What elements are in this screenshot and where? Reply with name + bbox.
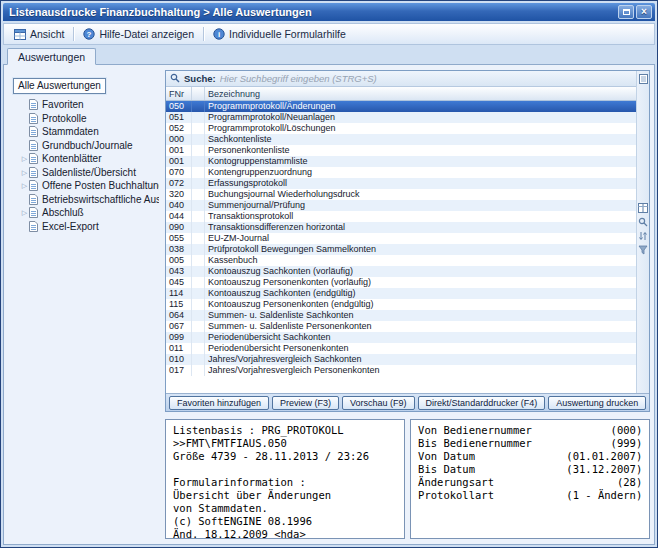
tree-item[interactable]: ▷ Protokolle (12, 112, 159, 126)
hilfe-datei-button[interactable]: ? Hilfe-Datei anzeigen (77, 26, 200, 42)
cell-fnr: 001 (166, 156, 192, 167)
table-row[interactable]: 010 Jahres/Vorjahresvergleich Sachkonten (166, 354, 636, 365)
action-button[interactable]: Direkt/Standarddrucker (F4) (418, 396, 546, 410)
column-header-fnr[interactable]: FNr (166, 87, 192, 100)
table-row[interactable]: 070 Kontengruppenzuordnung (166, 167, 636, 178)
tree-item[interactable]: ▷ Offene Posten Buchhaltung (12, 179, 159, 193)
table-row[interactable]: 045 Kontoauszug Personenkonten (vorläufi… (166, 277, 636, 288)
table-row[interactable]: 090 Transaktionsdifferenzen horizontal (166, 222, 636, 233)
column-header-bezeichnung[interactable]: Bezeichnung (205, 87, 636, 100)
cell-fnr: 043 (166, 266, 192, 277)
parameter-value: (000) (611, 424, 643, 437)
quick-search-icon[interactable] (638, 216, 649, 227)
expand-icon[interactable]: ▷ (20, 209, 29, 216)
cell-bezeichnung: Kontogruppenstammliste (205, 156, 636, 167)
document-icon (29, 207, 38, 218)
table-row[interactable]: 064 Summen- u. Saldenliste Sachkonten (166, 310, 636, 321)
parameter-label: Bis Datum (418, 463, 475, 476)
save-layout-icon[interactable] (638, 73, 649, 84)
tree-items: ▷ Favoriten ▷ Protokolle ▷ Stammdaten ▷ (12, 98, 159, 233)
cell-mid (192, 167, 205, 178)
cell-bezeichnung: Jahres/Vorjahresvergleich Personenkonten (205, 365, 636, 376)
cell-fnr: 072 (166, 178, 192, 189)
table-row[interactable]: 040 Summenjournal/Prüfung (166, 200, 636, 211)
cell-mid (192, 332, 205, 343)
tree-item[interactable]: ▷ Favoriten (12, 98, 159, 112)
action-button[interactable]: Favoriten hinzufügen (169, 396, 269, 410)
tree-item[interactable]: ▷ Grundbuch/Journale (12, 139, 159, 153)
close-icon: × (641, 7, 647, 17)
app-window: Listenausdrucke Finanzbuchhaltung > Alle… (0, 0, 658, 548)
column-header-mid[interactable] (192, 87, 205, 100)
columns-icon[interactable] (638, 202, 649, 213)
grid-view-icon (14, 29, 26, 40)
cell-fnr: 099 (166, 332, 192, 343)
table-row[interactable]: 050 Programmprotokoll/Änderungen (166, 101, 636, 112)
search-bar: Suche: (166, 71, 636, 87)
cell-fnr: 115 (166, 299, 192, 310)
table-row[interactable]: 055 EU-ZM-Journal (166, 233, 636, 244)
tab-auswertungen[interactable]: Auswertungen (7, 48, 96, 65)
parameter-value: (28) (617, 476, 642, 489)
table-row[interactable]: 320 Buchungsjournal Wiederholungsdruck (166, 189, 636, 200)
tree-item-alle-auswertungen[interactable]: Alle Auswertungen (13, 78, 106, 94)
table-row[interactable]: 011 Periodenübersicht Personenkonten (166, 343, 636, 354)
table-row[interactable]: 072 Erfassungsprotokoll (166, 178, 636, 189)
formularhilfe-button[interactable]: i Individuelle Formularhilfe (207, 26, 352, 42)
cell-bezeichnung: Erfassungsprotokoll (205, 178, 636, 189)
table-row[interactable]: 001 Kontogruppenstammliste (166, 156, 636, 167)
action-button[interactable]: Auswertung drucken (548, 396, 646, 410)
tree-item[interactable]: ▷ Stammdaten (12, 125, 159, 139)
table-row[interactable]: 044 Transaktionsprotokoll (166, 211, 636, 222)
expand-icon[interactable]: ▷ (20, 155, 29, 162)
table-row[interactable]: 017 Jahres/Vorjahresvergleich Personenko… (166, 365, 636, 376)
table-row[interactable]: 001 Personenkontenliste (166, 145, 636, 156)
search-input[interactable] (220, 73, 633, 84)
parameter-box: Von Bedienernummer (000) Bis Bedienernum… (410, 419, 650, 539)
tree-item[interactable]: ▷ Kontenblätter (12, 152, 159, 166)
cell-fnr: 045 (166, 277, 192, 288)
sort-icon[interactable] (638, 230, 649, 241)
tree-item-label: Excel-Export (42, 221, 99, 232)
tree-item-label: Grundbuch/Journale (42, 140, 133, 151)
cell-bezeichnung: Transaktionsprotokoll (205, 211, 636, 222)
parameter-row: Bis Datum (31.12.2007) (418, 463, 642, 476)
table-row[interactable]: 038 Prüfprotokoll Bewegungen Sammelkonte… (166, 244, 636, 255)
formularhilfe-label: Individuelle Formularhilfe (229, 28, 346, 40)
action-button[interactable]: Preview (F3) (272, 396, 339, 410)
document-icon (29, 221, 38, 232)
titlebar-window-button[interactable] (618, 5, 634, 19)
cell-bezeichnung: Prüfprotokoll Bewegungen Sammelkonten (205, 244, 636, 255)
info-line (173, 463, 397, 476)
cell-fnr: 114 (166, 288, 192, 299)
table-row[interactable]: 051 Programmprotokoll/Neuanlagen (166, 112, 636, 123)
action-button[interactable]: Vorschau (F9) (342, 396, 415, 410)
table-row[interactable]: 114 Kontoauszug Sachkonten (endgültig) (166, 288, 636, 299)
cell-mid (192, 343, 205, 354)
tree-item[interactable]: ▷ Excel-Export (12, 220, 159, 234)
cell-bezeichnung: Kontoauszug Sachkonten (endgültig) (205, 288, 636, 299)
cell-fnr: 050 (166, 101, 192, 112)
document-icon (29, 180, 38, 191)
table-row[interactable]: 043 Kontoauszug Sachkonten (vorläufig) (166, 266, 636, 277)
filter-icon[interactable] (638, 244, 649, 255)
table-row[interactable]: 052 Programmprotokoll/Löschungen (166, 123, 636, 134)
ansicht-button[interactable]: Ansicht (8, 26, 70, 42)
table-row[interactable]: 005 Kassenbuch (166, 255, 636, 266)
tree-item[interactable]: ▷ Betriebswirtschaftliche Auswertungen (12, 193, 159, 207)
info-line: (c) SoftENGINE 08.1996 (173, 515, 397, 528)
table-row[interactable]: 067 Summen- u. Saldenliste Personenkonte… (166, 321, 636, 332)
expand-icon[interactable]: ▷ (20, 182, 29, 189)
info-line: Übersicht über Änderungen (173, 489, 397, 502)
table-row[interactable]: 115 Kontoauszug Personenkonten (endgülti… (166, 299, 636, 310)
cell-bezeichnung: Programmprotokoll/Änderungen (205, 101, 636, 112)
table-row[interactable]: 099 Periodenübersicht Sachkonten (166, 332, 636, 343)
close-button[interactable]: × (636, 5, 652, 19)
cell-mid (192, 288, 205, 299)
tree-item[interactable]: ▷ Abschluß (12, 206, 159, 220)
cell-fnr: 001 (166, 145, 192, 156)
table-row[interactable]: 000 Sachkontenliste (166, 134, 636, 145)
tree-item[interactable]: ▷ Saldenliste/Übersicht (12, 166, 159, 180)
expand-icon[interactable]: ▷ (20, 169, 29, 176)
cell-mid (192, 178, 205, 189)
